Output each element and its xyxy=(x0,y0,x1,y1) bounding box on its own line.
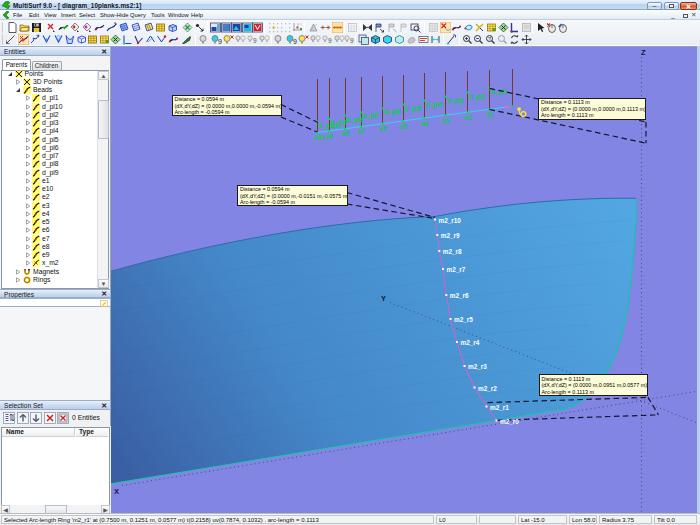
svg-text:9: 9 xyxy=(293,38,297,45)
svg-text:d_pl5: d_pl5 xyxy=(405,105,422,113)
svg-text:?: ? xyxy=(488,36,491,42)
svg-text:e1: e1 xyxy=(487,111,495,118)
svg-text:m2_r3: m2_r3 xyxy=(468,363,487,370)
svg-text:d_pl2: d_pl2 xyxy=(469,93,486,101)
svg-text:9: 9 xyxy=(253,37,257,44)
svg-text:m2_r6: m2_r6 xyxy=(450,292,469,299)
svg-text:e8: e8 xyxy=(342,130,350,137)
svg-text:X: X xyxy=(114,487,119,496)
svg-text:d_pl7: d_pl7 xyxy=(363,112,380,120)
svg-text:e10: e10 xyxy=(314,134,325,141)
svg-text:m2_r0: m2_r0 xyxy=(500,418,519,425)
svg-text:m2_r8: m2_r8 xyxy=(443,248,462,255)
svg-text:d_pl4: d_pl4 xyxy=(426,101,443,109)
svg-text:9: 9 xyxy=(218,38,222,45)
svg-text:Z: Z xyxy=(641,48,646,57)
svg-text:m2_r10: m2_r10 xyxy=(439,217,462,224)
svg-text:d_pl6: d_pl6 xyxy=(384,108,401,116)
svg-text:9: 9 xyxy=(328,37,332,44)
svg-text:e7: e7 xyxy=(358,128,366,135)
svg-text:m2_r4: m2_r4 xyxy=(461,339,480,346)
svg-text:e6: e6 xyxy=(380,125,388,132)
svg-text:d_pl9: d_pl9 xyxy=(331,119,348,127)
svg-text:9: 9 xyxy=(350,37,354,44)
svg-text:d_pl3: d_pl3 xyxy=(447,97,464,105)
svg-text:e2: e2 xyxy=(465,114,473,121)
svg-text:d_pl8: d_pl8 xyxy=(347,116,364,124)
svg-text:m2_r1: m2_r1 xyxy=(490,404,509,411)
svg-text:e4: e4 xyxy=(421,120,429,127)
svg-text:m2_r9: m2_r9 xyxy=(441,232,460,239)
svg-text:m2_r7: m2_r7 xyxy=(447,266,466,273)
svg-text:m2_r5: m2_r5 xyxy=(454,316,473,323)
svg-text:e5: e5 xyxy=(400,123,408,130)
svg-text:Y: Y xyxy=(381,294,386,303)
svg-text:e3: e3 xyxy=(443,117,451,124)
svg-text:e9: e9 xyxy=(326,133,334,140)
svg-text:m2_r2: m2_r2 xyxy=(478,385,497,392)
